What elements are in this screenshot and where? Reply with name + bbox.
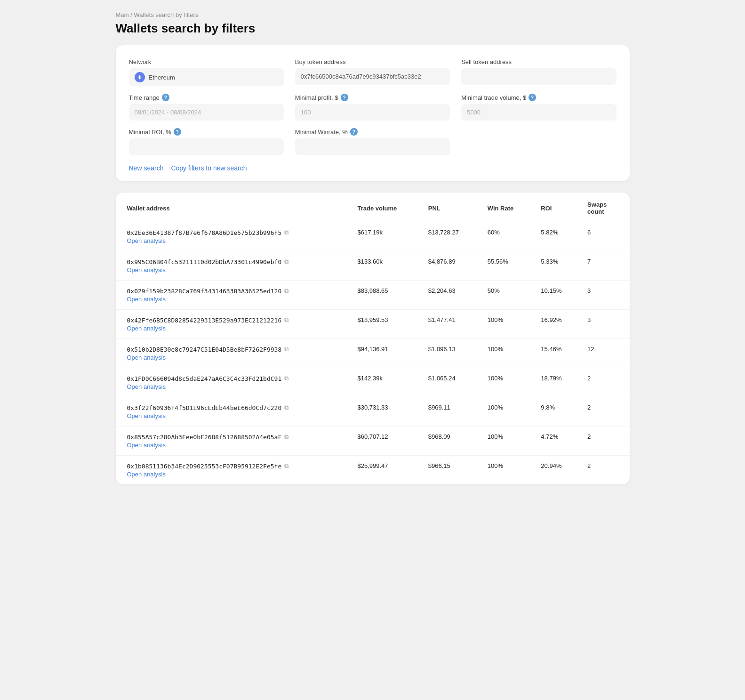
trade-volume-cell: $18,959.53 (350, 310, 421, 339)
wallet-address-cell: 0x1FD0C666094d8c5daE247aA6C3C4c33Fd21bdC… (116, 368, 350, 397)
copy-address-icon[interactable]: ⧉ (284, 287, 288, 295)
svg-marker-5 (138, 78, 140, 80)
wallet-address: 0x1b0851136b34Ec2D9025553cF07B95912E2Fe5… (127, 463, 282, 470)
swaps-count-cell: 2 (580, 368, 629, 397)
filter-label-minimal-trade-volume: Minimal trade volume, $ ? (461, 94, 616, 101)
trade-volume-cell: $60,707.12 (350, 426, 421, 456)
win-rate-cell: 100% (480, 426, 534, 456)
breadcrumb: Main / Wallets search by filters (116, 11, 630, 18)
open-analysis-button[interactable]: Open analysis (127, 237, 343, 244)
swaps-count-cell: 2 (580, 426, 629, 456)
pnl-cell: $4,876.89 (421, 251, 480, 281)
table-row: 0x855A57c280Ab3Eee0bF2688f512688502A4e05… (116, 426, 630, 456)
pnl-cell: $13,728.27 (421, 222, 480, 251)
pnl-cell: $1,096.13 (421, 339, 480, 368)
new-search-button[interactable]: New search (129, 164, 164, 172)
wallet-address: 0x995C06B04fc53211110d02bDbA73301c4990eb… (127, 258, 282, 266)
filters-card: Network Ethereum (116, 45, 630, 181)
open-analysis-button[interactable]: Open analysis (127, 412, 343, 419)
filter-label-time-range: Time range ? (129, 94, 284, 101)
copy-address-icon[interactable]: ⧉ (284, 433, 288, 441)
minimal-roi-input[interactable] (129, 138, 284, 155)
wallet-addr-row: 0x2Ee36E41387f87B7e6f678A86D1e575b23b996… (127, 229, 343, 236)
col-win-rate: Win Rate (480, 193, 534, 222)
win-rate-cell: 100% (480, 397, 534, 426)
copy-address-icon[interactable]: ⧉ (284, 316, 288, 324)
wallet-cell: 0x029f159b23828Ca769f3431463383A36525ed1… (127, 287, 343, 303)
swaps-count-cell: 3 (580, 310, 629, 339)
pnl-cell: $1,065.24 (421, 368, 480, 397)
filter-group-minimal-roi: Minimal ROI, % ? (129, 128, 284, 155)
time-range-input[interactable] (129, 104, 284, 121)
copy-filters-button[interactable]: Copy filters to new search (171, 164, 247, 172)
col-roi: ROI (533, 193, 580, 222)
trade-volume-cell: $142.39k (350, 368, 421, 397)
win-rate-cell: 55.56% (480, 251, 534, 281)
wallet-addr-row: 0x510b2D8E30e8c79247C51E04D5Be8bF7262F99… (127, 346, 343, 353)
filter-label-network: Network (129, 58, 284, 65)
roi-cell: 5.33% (533, 251, 580, 281)
open-analysis-button[interactable]: Open analysis (127, 296, 343, 303)
minimal-trade-volume-input[interactable] (461, 104, 616, 121)
table-row: 0x1FD0C666094d8c5daE247aA6C3C4c33Fd21bdC… (116, 368, 630, 397)
open-analysis-button[interactable]: Open analysis (127, 442, 343, 449)
wallet-address: 0x42Ffe6B5C8D82854229313E529a973EC212122… (127, 317, 282, 324)
swaps-count-cell: 2 (580, 456, 629, 485)
copy-address-icon[interactable]: ⧉ (284, 375, 288, 382)
pnl-cell: $968.09 (421, 426, 480, 456)
copy-address-icon[interactable]: ⧉ (284, 404, 288, 411)
results-table: Wallet address Trade volume PNL Win Rate… (116, 193, 630, 484)
results-card: Wallet address Trade volume PNL Win Rate… (116, 193, 630, 484)
copy-address-icon[interactable]: ⧉ (284, 229, 288, 236)
open-analysis-button[interactable]: Open analysis (127, 471, 343, 478)
wallet-address-cell: 0x510b2D8E30e8c79247C51E04D5Be8bF7262F99… (116, 339, 350, 368)
wallet-cell: 0x2Ee36E41387f87B7e6f678A86D1e575b23b996… (127, 229, 343, 244)
time-range-help-icon[interactable]: ? (162, 94, 169, 101)
filter-label-sell-token: Sell token address (461, 58, 616, 65)
wallet-cell: 0x855A57c280Ab3Eee0bF2688f512688502A4e05… (127, 433, 343, 449)
minimal-roi-help-icon[interactable]: ? (174, 128, 181, 136)
minimal-profit-input[interactable] (295, 104, 450, 121)
col-swaps-count: Swapscount (580, 193, 629, 222)
trade-volume-cell: $617.19k (350, 222, 421, 251)
wallet-address: 0x510b2D8E30e8c79247C51E04D5Be8bF7262F99… (127, 346, 282, 353)
minimal-trade-volume-help-icon[interactable]: ? (529, 94, 536, 101)
copy-address-icon[interactable]: ⧉ (284, 346, 288, 353)
sell-token-input[interactable] (461, 68, 616, 85)
copy-address-icon[interactable]: ⧉ (284, 462, 288, 470)
swaps-count-cell: 3 (580, 281, 629, 310)
filter-group-minimal-winrate: Minimal Winrate, % ? (295, 128, 450, 155)
minimal-profit-help-icon[interactable]: ? (341, 94, 348, 101)
pnl-cell: $969.11 (421, 397, 480, 426)
roi-cell: 18.79% (533, 368, 580, 397)
breadcrumb-parent: Main (116, 11, 129, 18)
roi-cell: 9.8% (533, 397, 580, 426)
wallet-address-cell: 0x1b0851136b34Ec2D9025553cF07B95912E2Fe5… (116, 456, 350, 485)
win-rate-cell: 100% (480, 456, 534, 485)
roi-cell: 15.46% (533, 339, 580, 368)
wallet-cell: 0x42Ffe6B5C8D82854229313E529a973EC212122… (127, 316, 343, 332)
table-row: 0x42Ffe6B5C8D82854229313E529a973EC212122… (116, 310, 630, 339)
minimal-winrate-input[interactable] (295, 138, 450, 155)
wallet-addr-row: 0x855A57c280Ab3Eee0bF2688f512688502A4e05… (127, 433, 343, 441)
wallet-address: 0x3f22f60936F4f5D1E96cEdEb44beE66d0Cd7c2… (127, 404, 282, 411)
wallet-address: 0x855A57c280Ab3Eee0bF2688f512688502A4e05… (127, 434, 282, 441)
open-analysis-button[interactable]: Open analysis (127, 266, 343, 274)
buy-token-input[interactable] (295, 68, 450, 85)
wallet-address-cell: 0x855A57c280Ab3Eee0bF2688f512688502A4e05… (116, 426, 350, 456)
open-analysis-button[interactable]: Open analysis (127, 325, 343, 332)
wallet-addr-row: 0x029f159b23828Ca769f3431463383A36525ed1… (127, 287, 343, 295)
filters-grid: Network Ethereum (129, 58, 617, 155)
pnl-cell: $1,477.41 (421, 310, 480, 339)
open-analysis-button[interactable]: Open analysis (127, 354, 343, 361)
ethereum-icon (135, 72, 145, 82)
trade-volume-cell: $83,988.65 (350, 281, 421, 310)
wallet-addr-row: 0x42Ffe6B5C8D82854229313E529a973EC212122… (127, 316, 343, 324)
roi-cell: 10.15% (533, 281, 580, 310)
minimal-winrate-help-icon[interactable]: ? (350, 128, 358, 136)
copy-address-icon[interactable]: ⧉ (284, 258, 288, 266)
table-row: 0x1b0851136b34Ec2D9025553cF07B95912E2Fe5… (116, 456, 630, 485)
network-input[interactable]: Ethereum (129, 68, 284, 86)
wallet-addr-row: 0x1FD0C666094d8c5daE247aA6C3C4c33Fd21bdC… (127, 375, 343, 382)
open-analysis-button[interactable]: Open analysis (127, 383, 343, 390)
